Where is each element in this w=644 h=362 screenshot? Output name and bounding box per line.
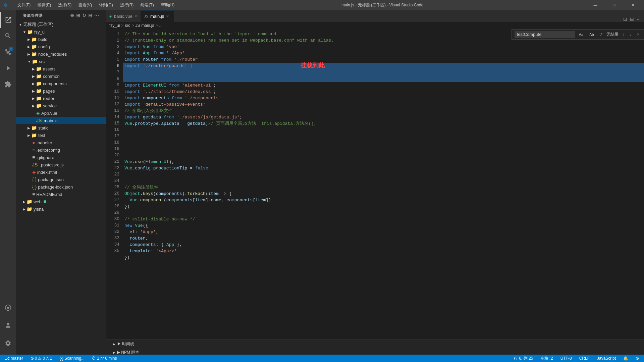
breadcrumb-part-1[interactable]: fsy_ui <box>109 23 120 28</box>
activity-account[interactable] <box>0 317 16 333</box>
find-close-button[interactable]: × <box>635 32 641 38</box>
refresh-icon[interactable]: ↻ <box>82 13 87 18</box>
breadcrumb-part-3[interactable]: JS <box>135 23 140 28</box>
whole-word-button[interactable]: Ab <box>587 32 596 37</box>
menu-run[interactable]: 运行(R) <box>117 2 137 9</box>
breadcrumb-part-2[interactable]: src <box>125 23 130 28</box>
maximize-button[interactable]: □ <box>606 0 622 10</box>
new-file-icon[interactable]: ⊕ <box>70 13 74 18</box>
activity-bar-bottom <box>0 300 16 351</box>
activity-extensions[interactable] <box>0 76 16 92</box>
tree-root[interactable]: ▼ 无标题 (工作区) <box>16 21 106 28</box>
timeline-panel[interactable]: ▶ ▶ 时间线 <box>106 340 644 348</box>
find-prev-button[interactable]: ↑ <box>621 32 626 38</box>
window-title: main.js - 无标题 (工作区) - Visual Studio Code <box>341 2 424 8</box>
folder-node_modules[interactable]: ▶ 📁 node_modules <box>16 50 106 58</box>
match-case-button[interactable]: Aa <box>577 32 585 37</box>
status-position[interactable]: 行 6, 列 25 <box>512 355 535 362</box>
file-package-lock-json[interactable]: { } package-lock.json <box>16 183 106 191</box>
find-next-button[interactable]: ↓ <box>628 32 633 38</box>
status-eol[interactable]: CRLF <box>578 355 591 362</box>
menu-help[interactable]: 帮助(H) <box>158 2 177 9</box>
status-encoding[interactable]: UTF-8 <box>559 355 574 362</box>
file-postcssrc[interactable]: JS .postcssrc.js <box>16 161 106 168</box>
more-actions-icon[interactable]: ··· <box>94 13 99 18</box>
status-branch[interactable]: ⎇ master <box>3 355 25 362</box>
status-spaces[interactable]: 空格: 2 <box>539 355 554 362</box>
folder-test[interactable]: ▶ 📁 test <box>16 132 106 139</box>
menu-file[interactable]: 文件(F) <box>15 2 33 9</box>
folder-static[interactable]: ▶ 📁 static <box>16 124 106 132</box>
svg-point-1 <box>7 307 9 309</box>
status-notifications[interactable]: 🔔 <box>622 355 630 362</box>
folder-build[interactable]: ▶ 📁 build <box>16 36 106 43</box>
status-language[interactable]: JavaScript <box>595 355 618 362</box>
activity-settings[interactable] <box>0 335 16 351</box>
folder-router[interactable]: ▶ 📁 router <box>16 95 106 102</box>
activity-source-control[interactable]: 1 <box>0 44 16 60</box>
code-content[interactable]: // The Vue build version to load with th… <box>123 29 644 340</box>
warning-count: 0 <box>43 356 45 361</box>
activity-explorer[interactable] <box>0 12 16 28</box>
folder-assets[interactable]: ▶ 📁 assets <box>16 65 106 72</box>
title-bar-left: ❖ 文件(F) 编辑(E) 选择(S) 查看(V) 转到(G) 运行(R) 终端… <box>3 2 177 9</box>
file-main-js[interactable]: JS main.js <box>16 117 106 124</box>
file-index-html[interactable]: ◈ index.html <box>16 168 106 176</box>
find-widget[interactable]: Aa Ab .* 无结果 ↑ ↓ × <box>512 29 644 40</box>
file-gitignore[interactable]: ≡ .gitignore <box>16 154 106 161</box>
tab-main-js[interactable]: JS main.js × <box>141 10 174 22</box>
tab-basic-vue[interactable]: ◈ basic.vue × <box>106 10 141 22</box>
split-editor-icon[interactable]: ⊡ <box>623 16 627 22</box>
menu-edit[interactable]: 编辑(E) <box>35 2 54 9</box>
status-time[interactable]: ⏱ 1 hr 6 mins <box>90 355 118 362</box>
code-line-31: router, <box>123 235 644 242</box>
activity-search[interactable] <box>0 28 16 44</box>
file-editorconfig[interactable]: ≡ .editorconfig <box>16 146 106 154</box>
breadcrumb-part-4[interactable]: main.js <box>141 23 154 28</box>
breadcrumb-part-5[interactable]: ... <box>159 23 162 28</box>
folder-pages[interactable]: ▶ 📁 pages <box>16 87 106 95</box>
menu-view[interactable]: 查看(V) <box>76 2 95 9</box>
status-scanning[interactable]: {·} Scanning... <box>58 355 86 362</box>
new-folder-icon[interactable]: ⊞ <box>76 13 80 18</box>
file-app-vue[interactable]: ◈ App.vue <box>16 109 106 117</box>
folder-components[interactable]: ▶ 📁 components <box>16 80 106 87</box>
tab-basic-vue-close[interactable]: × <box>135 13 137 19</box>
find-input[interactable] <box>515 31 575 38</box>
close-button[interactable]: ✕ <box>625 0 641 10</box>
activity-remote[interactable] <box>0 300 16 316</box>
folder-common[interactable]: ▶ 📁 common <box>16 72 106 80</box>
more-actions-editor-icon[interactable]: ··· <box>637 16 641 22</box>
file-babelrc[interactable]: ● .babelrc <box>16 139 106 146</box>
babelrc-icon: ● <box>32 140 35 145</box>
minimize-button[interactable]: — <box>588 0 603 10</box>
code-line-3: import Vue from 'vue' <box>123 44 644 50</box>
file-readme-label: README.md <box>36 192 62 197</box>
folder-src[interactable]: ▼ 📁 src <box>16 58 106 65</box>
tree-root-label: 无标题 (工作区) <box>23 21 53 28</box>
folder-config[interactable]: ▶ 📁 config <box>16 43 106 50</box>
folder-yisha[interactable]: ▶ 📁 yisha <box>16 205 106 213</box>
code-line-10: import 'default-passive-events' <box>123 101 644 108</box>
folder-web[interactable]: ▶ 📁 web <box>16 198 106 205</box>
file-package-json[interactable]: { } package.json <box>16 176 106 183</box>
menu-terminal[interactable]: 终端(T) <box>138 2 156 9</box>
status-errors[interactable]: ⊙ 0 ⚠ 0 △ 1 <box>29 355 54 362</box>
folder-fsy_ui[interactable]: ▼ 📁 fsy_ui <box>16 28 106 36</box>
tab-main-js-close[interactable]: × <box>166 13 169 19</box>
menu-select[interactable]: 选择(S) <box>55 2 74 9</box>
code-line-13: Vue.prototype.apidata = getdata;// 页面调用全… <box>123 120 644 127</box>
collapse-all-icon[interactable]: ⊟ <box>88 13 93 18</box>
npm-scripts-panel[interactable]: ▶ ▶ NPM 脚本 <box>106 348 644 355</box>
folder-yisha-label: yisha <box>34 207 44 212</box>
file-readme[interactable]: ≡ README.md <box>16 191 106 198</box>
line-numbers: 12345 6 7891011 1213141516 1718192021 22… <box>106 29 123 340</box>
toggle-panel-icon[interactable]: ⊟ <box>630 16 634 22</box>
activity-debug[interactable] <box>0 60 16 76</box>
status-feedback[interactable]: ⊙ <box>634 355 641 362</box>
menu-goto[interactable]: 转到(G) <box>96 2 115 9</box>
code-editor[interactable]: Aa Ab .* 无结果 ↑ ↓ × 12345 6 7891011 12131… <box>106 29 644 340</box>
folder-icon: 📁 <box>36 73 42 79</box>
folder-service[interactable]: ▶ 📁 service <box>16 102 106 109</box>
regex-button[interactable]: .* <box>598 32 604 37</box>
